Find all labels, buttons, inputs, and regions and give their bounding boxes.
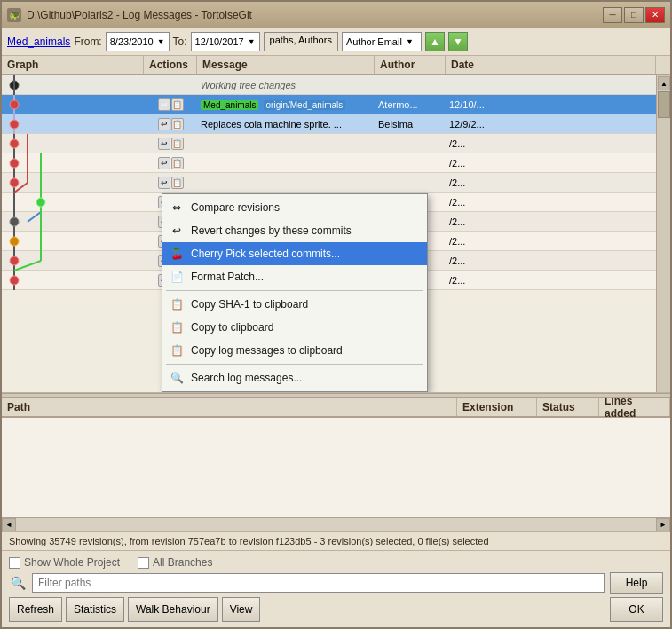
files-header-path[interactable]: Path bbox=[2, 398, 457, 416]
from-label: From: bbox=[74, 35, 101, 48]
button-spacer bbox=[264, 597, 606, 622]
toolbar: Med_animals From: 8/23/2010 ▼ To: 12/10/… bbox=[2, 28, 670, 56]
action-icon[interactable]: 📋 bbox=[171, 118, 184, 130]
action-icon[interactable]: 📋 bbox=[171, 177, 184, 189]
ok-button[interactable]: OK bbox=[610, 597, 663, 622]
ctx-copy-sha1[interactable]: 📋 Copy SHA-1 to clipboard bbox=[162, 293, 427, 316]
horizontal-scrollbar[interactable]: ◄ ► bbox=[2, 517, 670, 531]
svg-point-17 bbox=[10, 178, 19, 187]
files-header-status[interactable]: Status bbox=[537, 398, 599, 416]
view-button[interactable]: View bbox=[222, 597, 261, 622]
ctx-separator-2 bbox=[166, 364, 423, 365]
action-icon[interactable]: 📋 bbox=[171, 138, 184, 150]
table-row[interactable]: ↩ 📋 Med_animals origin/Med_animals Aterm… bbox=[2, 95, 670, 114]
to-label: To: bbox=[173, 35, 187, 48]
header-date[interactable]: Date bbox=[446, 56, 656, 74]
svg-point-31 bbox=[10, 256, 19, 265]
files-header-lines[interactable]: Lines added bbox=[599, 398, 670, 416]
svg-point-24 bbox=[10, 217, 19, 226]
bottom-bar: Show Whole Project All Branches 🔍 Help R… bbox=[2, 550, 670, 627]
svg-point-8 bbox=[10, 139, 19, 148]
svg-point-3 bbox=[10, 100, 19, 109]
refresh-button[interactable]: Refresh bbox=[9, 597, 62, 622]
files-area: Path Extension Status Lines added ◄ ► bbox=[2, 398, 670, 531]
author-filter-combo[interactable]: Author Email ▼ bbox=[342, 32, 422, 51]
header-author[interactable]: Author bbox=[375, 56, 446, 74]
paths-authors-button[interactable]: paths, Authors bbox=[264, 32, 338, 51]
close-button[interactable]: ✕ bbox=[645, 7, 665, 23]
svg-point-12 bbox=[10, 159, 19, 168]
header-actions[interactable]: Actions bbox=[144, 56, 197, 74]
compare-icon: ⇔ bbox=[170, 200, 184, 215]
action-icon[interactable]: ↩ bbox=[158, 118, 170, 130]
scroll-left-button[interactable]: ◄ bbox=[2, 518, 16, 532]
cherry-icon: 🍒 bbox=[170, 247, 184, 261]
table-row[interactable]: Working tree changes bbox=[2, 75, 670, 95]
minimize-button[interactable]: ─ bbox=[603, 7, 622, 23]
button-row: Refresh Statistics Walk Behaviour View O… bbox=[9, 597, 663, 622]
action-icon[interactable]: 📋 bbox=[171, 98, 184, 111]
action-icon[interactable]: ↩ bbox=[158, 177, 170, 189]
copy-log-icon: 📋 bbox=[170, 343, 184, 358]
walk-behaviour-button[interactable]: Walk Behaviour bbox=[128, 597, 218, 622]
svg-point-33 bbox=[10, 276, 19, 285]
scroll-h-track[interactable] bbox=[16, 518, 656, 531]
context-menu: ⇔ Compare revisions ↩ Revert changes by … bbox=[162, 193, 428, 392]
action-icon[interactable]: ↩ bbox=[158, 157, 170, 169]
filter-row: 🔍 Help bbox=[9, 572, 663, 594]
nav-up-button[interactable]: ▲ bbox=[425, 32, 445, 51]
ctx-copy-clipboard[interactable]: 📋 Copy to clipboard bbox=[162, 316, 427, 339]
ctx-compare-revisions[interactable]: ⇔ Compare revisions bbox=[162, 196, 427, 219]
status-bar: Showing 35749 revision(s), from revision… bbox=[2, 531, 670, 550]
log-table: Graph Actions Message Author Date bbox=[2, 56, 670, 393]
help-button[interactable]: Help bbox=[610, 572, 663, 594]
nav-down-button[interactable]: ▼ bbox=[448, 32, 468, 51]
files-body bbox=[2, 418, 670, 517]
checkbox-box[interactable] bbox=[9, 557, 20, 569]
action-icon[interactable]: ↩ bbox=[158, 138, 170, 150]
filter-paths-input[interactable] bbox=[32, 573, 605, 593]
files-header-ext[interactable]: Extension bbox=[457, 398, 537, 416]
action-icon[interactable]: ↩ bbox=[158, 98, 170, 111]
revert-icon: ↩ bbox=[170, 224, 184, 238]
scroll-thumb[interactable] bbox=[658, 91, 670, 118]
table-row[interactable]: ↩📋 /2... bbox=[2, 153, 670, 173]
window-title: D:\Github\Polaris2 - Log Messages - Tort… bbox=[27, 9, 252, 21]
ctx-revert-changes[interactable]: ↩ Revert changes by these commits bbox=[162, 219, 427, 242]
show-whole-project-checkbox[interactable]: Show Whole Project bbox=[9, 556, 120, 569]
branch-link[interactable]: Med_animals bbox=[7, 35, 70, 48]
title-left: 🐢 D:\Github\Polaris2 - Log Messages - To… bbox=[7, 8, 252, 22]
app-icon: 🐢 bbox=[7, 8, 21, 22]
statistics-button[interactable]: Statistics bbox=[66, 597, 124, 622]
table-row[interactable]: ↩ 📋 Replaces cola machine sprite. ... Be… bbox=[2, 114, 670, 134]
scroll-right-button[interactable]: ► bbox=[656, 518, 670, 532]
scroll-up-button[interactable]: ▲ bbox=[658, 76, 670, 90]
header-message[interactable]: Message bbox=[197, 56, 375, 74]
svg-point-27 bbox=[10, 237, 19, 246]
all-branches-checkbox[interactable]: All Branches bbox=[138, 556, 212, 569]
copy-sha1-icon: 📋 bbox=[170, 297, 184, 311]
action-icon[interactable]: 📋 bbox=[171, 157, 184, 169]
checkbox-box-2[interactable] bbox=[138, 557, 149, 569]
header-graph[interactable]: Graph bbox=[2, 56, 144, 74]
files-header: Path Extension Status Lines added bbox=[2, 398, 670, 418]
to-date-picker[interactable]: 12/10/2017 ▼ bbox=[191, 32, 260, 51]
table-header: Graph Actions Message Author Date bbox=[2, 56, 670, 75]
patch-icon: 📄 bbox=[170, 270, 184, 284]
main-area: Graph Actions Message Author Date bbox=[2, 56, 670, 627]
from-date-picker[interactable]: 8/23/2010 ▼ bbox=[106, 32, 170, 51]
ctx-format-patch[interactable]: 📄 Format Patch... bbox=[162, 265, 427, 288]
ctx-cherry-pick[interactable]: 🍒 Cherry Pick selected commits... bbox=[162, 242, 427, 265]
table-row[interactable]: ↩📋 /2... bbox=[2, 134, 670, 153]
table-row[interactable]: ↩📋 /2... bbox=[2, 173, 670, 193]
svg-point-5 bbox=[10, 120, 19, 129]
title-bar: 🐢 D:\Github\Polaris2 - Log Messages - To… bbox=[2, 2, 670, 28]
vertical-scrollbar[interactable]: ▲ bbox=[656, 75, 670, 392]
search-log-icon: 🔍 bbox=[170, 371, 184, 385]
ctx-copy-log[interactable]: 📋 Copy log messages to clipboard bbox=[162, 339, 427, 362]
ctx-search-log[interactable]: 🔍 Search log messages... bbox=[162, 366, 427, 389]
svg-line-22 bbox=[28, 212, 41, 222]
maximize-button[interactable]: □ bbox=[624, 7, 644, 23]
main-window: 🐢 D:\Github\Polaris2 - Log Messages - To… bbox=[0, 0, 672, 629]
title-controls: ─ □ ✕ bbox=[603, 7, 665, 23]
